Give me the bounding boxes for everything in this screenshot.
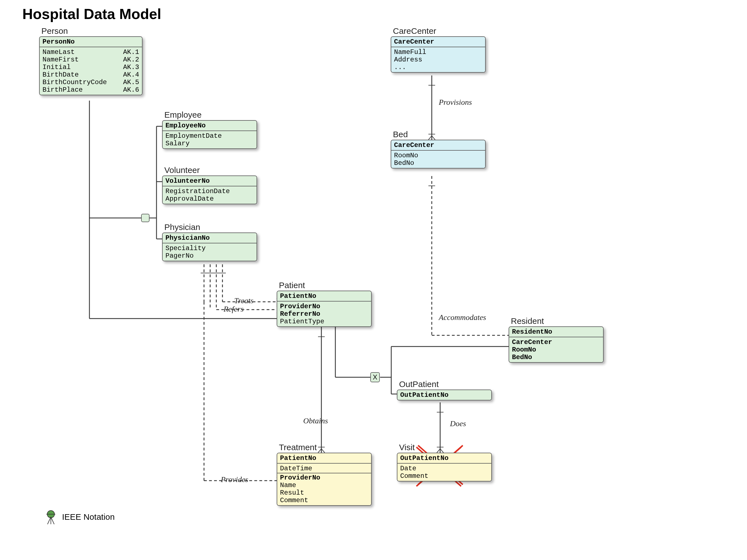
entity-volunteer: Volunteer VolunteerNo RegistrationDate A… <box>162 176 257 204</box>
rel-refers: Refers <box>224 305 244 313</box>
rel-obtains: Obtains <box>303 416 328 425</box>
subtype-node-patient: X <box>370 372 380 382</box>
entity-treatment: Treatment PatientNo DateTime ProviderNo … <box>277 453 372 506</box>
subtype-node-person <box>141 214 150 222</box>
entity-title: Patient <box>279 281 305 290</box>
entity-resident: Resident ResidentNo CareCenter RoomNo Be… <box>509 326 603 363</box>
rel-accommodates: Accommodates <box>439 313 486 322</box>
entity-title: Visit <box>399 443 415 452</box>
entity-title: Treatment <box>279 443 317 452</box>
rel-provisions: Provisions <box>439 98 472 107</box>
entity-title: Employee <box>164 110 202 120</box>
entity-title: Bed <box>393 130 408 139</box>
entity-title: Volunteer <box>164 166 200 175</box>
entity-title: OutPatient <box>399 380 439 389</box>
entity-person: Person PersonNo NameLastAK.1 NameFirstAK… <box>39 36 143 95</box>
rel-does: Does <box>450 419 466 428</box>
notation-label: IEEE Notation <box>62 512 114 522</box>
entity-employee: Employee EmployeeNo EmploymentDate Salar… <box>162 120 257 149</box>
rel-treats: Treats <box>234 296 254 305</box>
entity-title: Resident <box>511 316 544 326</box>
diagram-canvas: Hospital Data Model <box>0 0 747 560</box>
entity-bed: Bed CareCenter RoomNo BedNo <box>391 140 486 169</box>
entity-title: CareCenter <box>393 26 436 36</box>
entity-patient: Patient PatientNo ProviderNo ReferrerNo … <box>277 290 372 327</box>
svg-line-45 <box>48 517 51 524</box>
entity-body: NameLastAK.1 NameFirstAK.2 InitialAK.3 B… <box>40 47 142 95</box>
entity-visit: Visit OutPatientNo Date Comment <box>397 453 492 482</box>
legend-icon <box>45 509 57 525</box>
entity-outpatient: OutPatient OutPatientNo <box>397 389 492 401</box>
rel-provides: Provides <box>221 475 249 484</box>
entity-title: Physician <box>164 223 200 232</box>
svg-line-46 <box>51 517 54 524</box>
entity-physician: Physician PhysicianNo Speciality PagerNo <box>162 232 257 261</box>
entity-carecenter: CareCenter CareCenter NameFull Address .… <box>391 36 486 73</box>
entity-head: PersonNo <box>40 37 142 47</box>
notation-legend: IEEE Notation <box>45 509 114 525</box>
entity-title: Person <box>41 26 68 36</box>
